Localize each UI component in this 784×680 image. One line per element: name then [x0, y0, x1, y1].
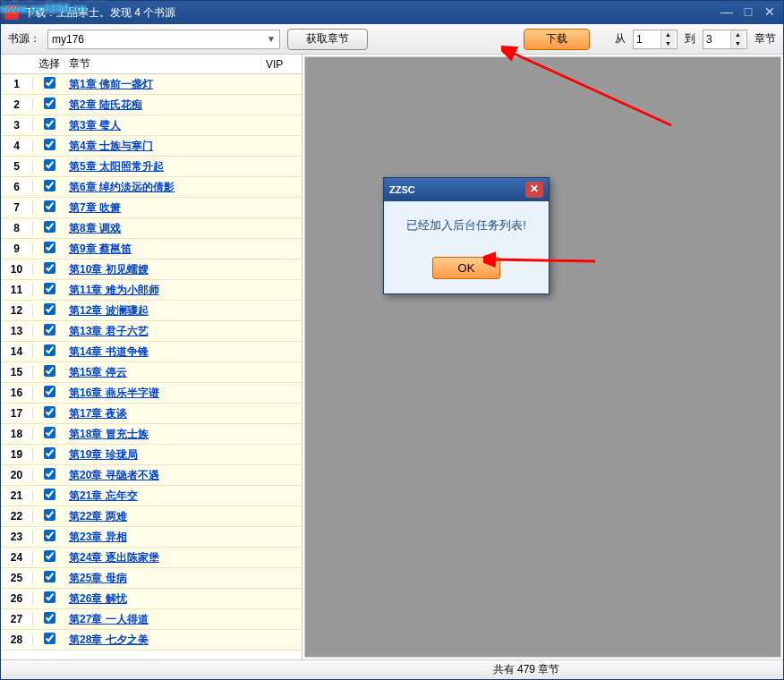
chapter-link[interactable]: 第25章 母病	[69, 572, 127, 584]
table-row[interactable]: 9第9章 蔡邕笛	[1, 239, 302, 259]
table-row[interactable]: 20第20章 寻隐者不遇	[1, 465, 302, 486]
table-row[interactable]: 6第6章 绰约淡远的倩影	[1, 177, 302, 198]
chapter-link[interactable]: 第9章 蔡邕笛	[69, 242, 132, 255]
dialog-close-button[interactable]: ✕	[525, 182, 543, 198]
from-spinner[interactable]: ▲▼	[633, 30, 677, 49]
table-row[interactable]: 26第26章 解忧	[1, 589, 302, 609]
row-checkbox[interactable]	[44, 550, 55, 562]
chapter-link[interactable]: 第1章 佛前一盏灯	[69, 78, 153, 90]
table-row[interactable]: 17第17章 夜谈	[1, 404, 302, 424]
col-chapter[interactable]: 章节	[65, 56, 262, 72]
row-checkbox[interactable]	[44, 571, 55, 582]
chapter-link[interactable]: 第19章 珍珑局	[69, 448, 138, 461]
row-checkbox[interactable]	[44, 98, 55, 109]
table-row[interactable]: 12第12章 波澜骤起	[1, 301, 302, 321]
chapter-link[interactable]: 第23章 异相	[69, 531, 127, 543]
table-row[interactable]: 25第25章 母病	[1, 568, 302, 589]
row-checkbox[interactable]	[44, 118, 55, 130]
row-checkbox[interactable]	[44, 262, 55, 274]
chapter-link[interactable]: 第14章 书道争锋	[69, 345, 149, 358]
chapter-link[interactable]: 第24章 逐出陈家堡	[69, 551, 159, 564]
spin-down-icon[interactable]: ▼	[661, 39, 675, 48]
col-select[interactable]: 选择	[33, 56, 65, 72]
row-checkbox[interactable]	[44, 386, 55, 397]
row-checkbox[interactable]	[44, 180, 55, 191]
chapter-link[interactable]: 第21章 忘年交	[69, 489, 138, 502]
row-checkbox[interactable]	[44, 221, 55, 233]
dialog-ok-button[interactable]: OK	[432, 257, 501, 279]
row-checkbox[interactable]	[44, 530, 55, 541]
table-row[interactable]: 1第1章 佛前一盏灯	[1, 74, 302, 95]
row-checkbox[interactable]	[44, 159, 55, 171]
row-checkbox[interactable]	[44, 344, 55, 356]
row-checkbox[interactable]	[44, 633, 55, 644]
row-checkbox[interactable]	[44, 427, 55, 438]
row-checkbox[interactable]	[44, 365, 55, 377]
table-row[interactable]: 19第19章 珍珑局	[1, 445, 302, 465]
chapter-link[interactable]: 第10章 初见蠕嫂	[69, 263, 149, 276]
chapter-link[interactable]: 第26章 解忧	[69, 592, 127, 605]
chapter-link[interactable]: 第27章 一人得道	[69, 613, 149, 625]
table-row[interactable]: 18第18章 冒充士族	[1, 424, 302, 445]
chapter-link[interactable]: 第4章 士族与寒门	[69, 140, 153, 152]
table-row[interactable]: 15第15章 停云	[1, 362, 302, 383]
chapter-link[interactable]: 第13章 君子六艺	[69, 325, 149, 337]
row-checkbox[interactable]	[44, 489, 55, 500]
table-row[interactable]: 10第10章 初见蠕嫂	[1, 259, 302, 280]
chapter-link[interactable]: 第12章 波澜骤起	[69, 304, 149, 317]
row-checkbox[interactable]	[44, 447, 55, 459]
row-checkbox[interactable]	[44, 406, 55, 418]
chapter-link[interactable]: 第18章 冒充士族	[69, 428, 149, 440]
row-checkbox[interactable]	[44, 303, 55, 315]
row-checkbox[interactable]	[44, 324, 55, 336]
chapter-link[interactable]: 第28章 七夕之美	[69, 633, 149, 646]
chapter-link[interactable]: 第2章 陆氏花痴	[69, 98, 142, 111]
table-row[interactable]: 13第13章 君子六艺	[1, 321, 302, 342]
chapter-link[interactable]: 第22章 两难	[69, 510, 127, 523]
row-checkbox[interactable]	[44, 283, 55, 294]
table-row[interactable]: 16第16章 燕乐半字谱	[1, 383, 302, 404]
table-row[interactable]: 4第4章 士族与寒门	[1, 136, 302, 157]
table-row[interactable]: 5第5章 太阳照常升起	[1, 157, 302, 177]
row-checkbox[interactable]	[44, 139, 55, 150]
table-row[interactable]: 27第27章 一人得道	[1, 609, 302, 630]
chapter-link[interactable]: 第6章 绰约淡远的倩影	[69, 181, 175, 193]
table-row[interactable]: 23第23章 异相	[1, 527, 302, 548]
table-row[interactable]: 21第21章 忘年交	[1, 486, 302, 506]
source-combo[interactable]: my176 ▼	[47, 30, 280, 49]
row-checkbox[interactable]	[44, 509, 55, 521]
row-checkbox[interactable]	[44, 200, 55, 212]
table-row[interactable]: 3第3章 璧人	[1, 115, 302, 136]
chapter-link[interactable]: 第17章 夜谈	[69, 407, 127, 420]
row-checkbox[interactable]	[44, 468, 55, 480]
chapter-link[interactable]: 第3章 璧人	[69, 119, 121, 132]
chapter-link[interactable]: 第8章 调戏	[69, 222, 121, 234]
spin-up-icon[interactable]: ▲	[731, 30, 745, 39]
row-checkbox[interactable]	[44, 591, 55, 603]
table-row[interactable]: 2第2章 陆氏花痴	[1, 95, 302, 115]
spin-down-icon[interactable]: ▼	[731, 39, 745, 48]
chapter-link[interactable]: 第15章 停云	[69, 366, 127, 378]
chapter-link[interactable]: 第5章 太阳照常升起	[69, 160, 164, 173]
fetch-chapters-button[interactable]: 获取章节	[287, 29, 368, 50]
table-row[interactable]: 7第7章 吹箫	[1, 198, 302, 218]
table-row[interactable]: 11第11章 难为小郎师	[1, 280, 302, 301]
row-checkbox[interactable]	[44, 612, 55, 624]
col-vip[interactable]: VIP	[262, 58, 302, 71]
row-checkbox[interactable]	[44, 77, 55, 89]
chapter-link[interactable]: 第16章 燕乐半字谱	[69, 387, 159, 399]
close-button[interactable]: ✕	[760, 4, 780, 21]
to-spinner[interactable]: ▲▼	[703, 30, 747, 49]
download-button[interactable]: 下载	[524, 29, 590, 50]
spin-up-icon[interactable]: ▲	[661, 30, 675, 39]
minimize-button[interactable]: —	[717, 4, 737, 21]
chapter-link[interactable]: 第7章 吹箫	[69, 201, 121, 214]
maximize-button[interactable]: □	[738, 4, 758, 21]
chapter-link[interactable]: 第20章 寻隐者不遇	[69, 469, 159, 481]
chapter-link[interactable]: 第11章 难为小郎师	[69, 284, 159, 296]
row-checkbox[interactable]	[44, 242, 55, 253]
table-row[interactable]: 28第28章 七夕之美	[1, 630, 302, 650]
table-row[interactable]: 24第24章 逐出陈家堡	[1, 548, 302, 568]
table-row[interactable]: 8第8章 调戏	[1, 218, 302, 239]
table-row[interactable]: 14第14章 书道争锋	[1, 342, 302, 362]
